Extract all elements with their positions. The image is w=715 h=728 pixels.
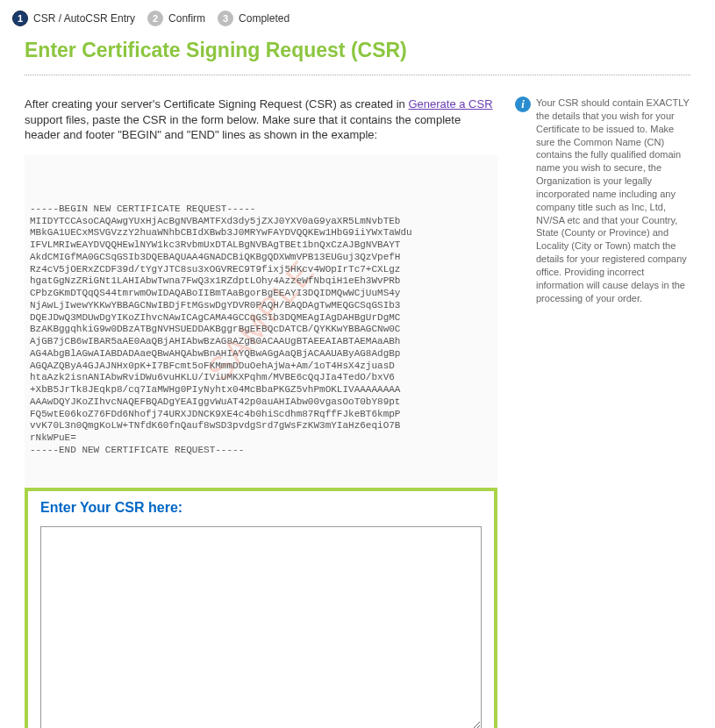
csr-sample-text: -----BEGIN NEW CERTIFICATE REQUEST----- … <box>30 203 492 457</box>
intro-before: After creating your server's Certificate… <box>25 97 408 111</box>
csr-sample-block: SAMPLE -----BEGIN NEW CERTIFICATE REQUES… <box>25 155 497 489</box>
info-icon: i <box>515 96 531 112</box>
csr-entry-label: Enter Your CSR here: <box>40 500 482 516</box>
intro-text: After creating your server's Certificate… <box>25 96 497 143</box>
wizard-steps: 1 CSR / AutoCSR Entry 2 Confirm 3 Comple… <box>0 0 715 35</box>
info-sidebar: i Your CSR should contain EXACTLY the de… <box>515 96 690 305</box>
info-text: Your CSR should contain EXACTLY the deta… <box>536 96 690 305</box>
divider <box>25 75 690 75</box>
csr-entry-box: Enter Your CSR here: <box>25 488 497 728</box>
main-column: After creating your server's Certificate… <box>25 96 497 728</box>
step-2-circle: 2 <box>147 11 163 26</box>
generate-csr-link[interactable]: Generate a CSR <box>408 97 492 111</box>
step-1-label: CSR / AutoCSR Entry <box>33 12 135 25</box>
intro-after: support files, paste the CSR in the form… <box>25 113 461 142</box>
page-title: Enter Certificate Signing Request (CSR) <box>0 35 715 71</box>
csr-textarea[interactable] <box>40 526 482 728</box>
step-3-label: Completed <box>239 12 290 25</box>
step-3-circle: 3 <box>218 11 233 26</box>
step-2-label: Confirm <box>168 12 205 25</box>
step-1-circle: 1 <box>12 11 28 26</box>
